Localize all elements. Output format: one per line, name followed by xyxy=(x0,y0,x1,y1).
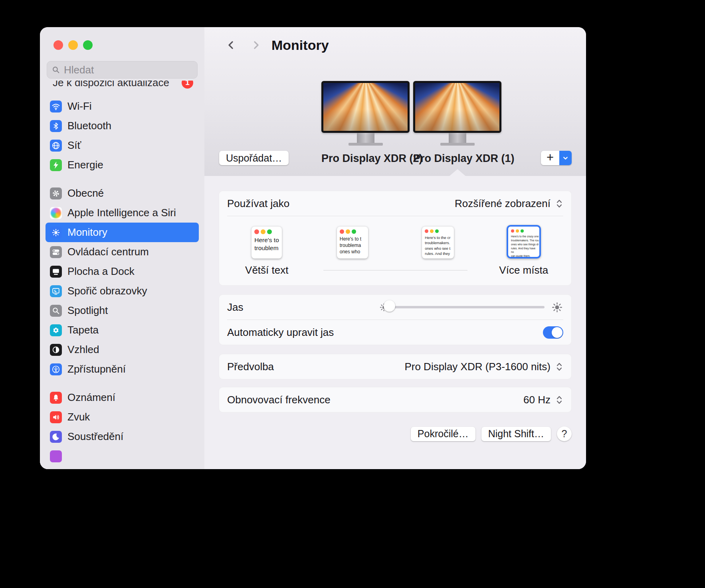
scaling-option-larger-text[interactable]: Here's to troublem xyxy=(252,227,282,258)
system-settings-window: Je k dispozici aktualizace 1 Wi-Fi xyxy=(40,27,586,469)
desktop-dock-icon xyxy=(50,266,62,278)
sidebar-item-label: Bluetooth xyxy=(67,120,111,132)
content-header: Monitory xyxy=(204,27,586,63)
gear-icon xyxy=(50,187,62,199)
sidebar-item-label: Plocha a Dock xyxy=(67,265,135,278)
back-button[interactable] xyxy=(224,38,238,52)
traffic-lights-mini xyxy=(511,229,539,233)
page-title: Monitory xyxy=(271,37,329,53)
search-field[interactable] xyxy=(47,61,198,79)
scaling-options: Here's to troublem Here's to t troublema… xyxy=(219,216,571,258)
update-banner[interactable]: Je k dispozici aktualizace 1 xyxy=(44,81,200,92)
moon-icon xyxy=(50,431,62,443)
globe-icon xyxy=(50,140,62,152)
sidebar-item-sound[interactable]: Zvuk xyxy=(46,407,199,427)
display-preview-area: Monitory Pro Display XDR (2) Pro Display… xyxy=(204,27,586,176)
clipped-icon xyxy=(50,450,62,462)
sidebar-item-desktop-dock[interactable]: Plocha a Dock xyxy=(46,262,199,281)
add-display-dropdown-button[interactable] xyxy=(559,151,572,165)
sidebar-item-screen-saver[interactable]: Spořič obrazovky xyxy=(46,281,199,301)
preset-select[interactable]: Pro Display XDR (P3-1600 nits) xyxy=(404,361,563,373)
bolt-icon xyxy=(50,159,62,171)
sidebar-item-clipped[interactable] xyxy=(46,446,199,466)
traffic-lights-mini xyxy=(340,229,368,234)
scaling-option-2[interactable]: Here's to t troublema ones who xyxy=(337,227,368,258)
footer-actions: Pokročilé… Night Shift… ? xyxy=(219,426,572,441)
scaling-labels: Větší text Více místa xyxy=(219,258,571,285)
display-thumbnail-1[interactable] xyxy=(413,81,501,146)
refresh-rate-card: Obnovovací frekvence 60 Hz xyxy=(219,387,572,412)
scaling-option-3[interactable]: Here's to the cr troublemakers. ones who… xyxy=(422,227,454,258)
refresh-rate-select[interactable]: 60 Hz xyxy=(523,394,563,406)
use-as-select[interactable]: Rozšířené zobrazení xyxy=(455,197,563,210)
sidebar-item-general[interactable]: Obecné xyxy=(46,184,199,203)
brightness-high-icon xyxy=(551,301,563,314)
sidebar-item-bluetooth[interactable]: Bluetooth xyxy=(46,116,199,136)
sidebar-item-spotlight[interactable]: Spotlight xyxy=(46,301,199,320)
preset-label: Předvolba xyxy=(227,361,274,373)
sidebar-item-focus[interactable]: Soustředění xyxy=(46,427,199,446)
preset-card: Předvolba Pro Display XDR (P3-1600 nits) xyxy=(219,354,572,379)
auto-brightness-toggle[interactable] xyxy=(543,326,563,339)
display-brightness-icon xyxy=(50,227,62,239)
sidebar-item-appearance[interactable]: Vzhled xyxy=(46,340,199,359)
sidebar-item-label: Monitory xyxy=(67,226,107,239)
sidebar: Je k dispozici aktualizace 1 Wi-Fi xyxy=(40,27,204,469)
sidebar-item-control-center[interactable]: Ovládací centrum xyxy=(46,242,199,262)
update-banner-label: Je k dispozici aktualizace xyxy=(53,81,169,89)
control-center-icon xyxy=(50,246,62,258)
sidebar-item-energy[interactable]: Energie xyxy=(46,155,199,175)
wifi-icon xyxy=(50,101,62,112)
search-input[interactable] xyxy=(64,64,193,76)
scaling-option-more-space-selected[interactable]: Here's to the crazy one troublemakers. T… xyxy=(507,225,541,258)
preset-value: Pro Display XDR (P3-1600 nits) xyxy=(404,361,551,373)
add-display-plus-button[interactable]: + xyxy=(541,151,559,165)
sidebar-item-network[interactable]: Síť xyxy=(46,136,199,155)
display-thumbnail-2[interactable] xyxy=(321,81,410,146)
sidebar-item-accessibility[interactable]: Zpřístupnění xyxy=(46,359,199,379)
brightness-slider-knob[interactable] xyxy=(384,300,395,312)
advanced-button[interactable]: Pokročilé… xyxy=(411,427,475,441)
sidebar-item-displays[interactable]: Monitory xyxy=(46,223,199,242)
refresh-rate-value: 60 Hz xyxy=(523,394,551,406)
arrange-button[interactable]: Uspořádat… xyxy=(219,151,289,165)
preset-row: Předvolba Pro Display XDR (P3-1600 nits) xyxy=(219,354,571,379)
auto-brightness-row: Automaticky upravit jas xyxy=(219,320,571,345)
bell-icon xyxy=(50,392,62,404)
sidebar-item-label: Obecné xyxy=(67,187,104,199)
sidebar-item-label: Ovládací centrum xyxy=(67,246,149,258)
sidebar-item-wallpaper[interactable]: Tapeta xyxy=(46,320,199,340)
sidebar-item-wifi[interactable]: Wi-Fi xyxy=(46,97,199,116)
brightness-slider[interactable] xyxy=(394,306,545,308)
zoom-button[interactable] xyxy=(83,40,93,50)
more-space-label: Více místa xyxy=(481,264,567,276)
use-as-row: Používat jako Rozšířené zobrazení xyxy=(219,191,571,216)
add-display-button: + xyxy=(541,151,572,165)
traffic-lights-mini xyxy=(254,229,282,234)
help-button[interactable]: ? xyxy=(557,426,572,441)
stepper-icon xyxy=(555,198,563,209)
use-as-label: Používat jako xyxy=(227,197,289,210)
sidebar-nav: Wi-Fi Bluetooth Síť xyxy=(46,97,199,466)
sidebar-item-apple-intelligence[interactable]: Apple Intelligence a Siri xyxy=(46,203,199,223)
content-pane: Monitory Pro Display XDR (2) Pro Display… xyxy=(204,27,586,469)
brightness-label: Jas xyxy=(227,301,243,314)
auto-brightness-label: Automaticky upravit jas xyxy=(227,326,334,339)
sidebar-item-label: Spotlight xyxy=(67,304,108,317)
magnifier-icon xyxy=(50,305,62,317)
update-badge: 1 xyxy=(182,81,193,89)
siri-icon xyxy=(50,207,62,219)
sidebar-item-notifications[interactable]: Oznámení xyxy=(46,388,199,407)
refresh-rate-label: Obnovovací frekvence xyxy=(227,394,331,406)
appearance-icon xyxy=(50,344,62,356)
stepper-icon xyxy=(555,395,563,405)
close-button[interactable] xyxy=(53,40,63,50)
minimize-button[interactable] xyxy=(68,40,78,50)
traffic-lights xyxy=(40,27,204,50)
chevron-down-icon xyxy=(562,155,569,162)
forward-button[interactable] xyxy=(249,38,263,52)
display-wallpaper xyxy=(321,81,410,133)
use-as-value: Rozšířené zobrazení xyxy=(455,197,551,210)
screen-saver-icon xyxy=(50,285,62,297)
night-shift-button[interactable]: Night Shift… xyxy=(481,427,551,441)
